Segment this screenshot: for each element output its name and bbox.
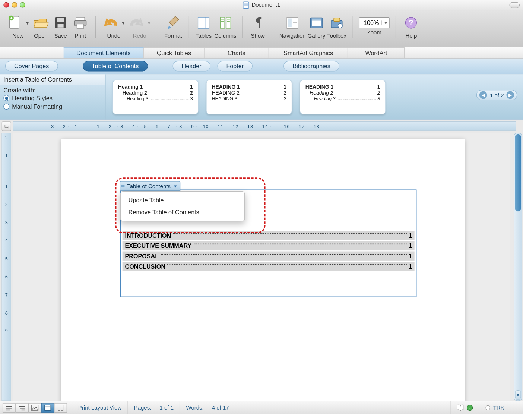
- new-icon: [6, 14, 24, 32]
- view-notebook-button[interactable]: [54, 403, 67, 412]
- toc-field-handle[interactable]: Table of Contents ▼ Update Table... Remo…: [120, 181, 181, 191]
- separator: [273, 16, 273, 38]
- navigation-button[interactable]: Navigation: [279, 14, 306, 39]
- pill-footer[interactable]: Footer: [217, 61, 253, 72]
- help-button[interactable]: ? Help: [402, 14, 420, 39]
- zoom-combo[interactable]: 100% ▼: [359, 17, 390, 28]
- toc-entry[interactable]: CONCLUSION1: [123, 262, 415, 271]
- save-button[interactable]: Save: [51, 14, 69, 39]
- svg-rect-39: [22, 409, 25, 410]
- svg-rect-38: [20, 408, 25, 408]
- gallery-button[interactable]: Gallery: [307, 14, 325, 39]
- status-track-changes[interactable]: TRK: [479, 401, 510, 414]
- titlebar: Document1: [0, 0, 523, 10]
- tab-smartart[interactable]: SmartArt Graphics: [269, 47, 348, 58]
- toc-style-3[interactable]: HEADING 11 Heading 22 Heading 33: [300, 80, 386, 114]
- view-outline-button[interactable]: [16, 403, 29, 412]
- tab-wordart[interactable]: WordArt: [348, 47, 405, 58]
- dropdown-arrow-icon[interactable]: ▼: [173, 184, 177, 189]
- redo-button[interactable]: ▼ Redo: [127, 14, 152, 39]
- open-button[interactable]: Open: [32, 14, 50, 39]
- svg-rect-44: [58, 405, 60, 410]
- page[interactable]: Table of Contents ▼ Update Table... Remo…: [61, 139, 465, 401]
- svg-text:?: ?: [409, 18, 413, 27]
- separator: [243, 16, 243, 38]
- pill-bibliographies[interactable]: Bibliographies: [283, 61, 339, 72]
- help-icon: ?: [402, 14, 420, 32]
- dropdown-arrow-icon[interactable]: ▼: [121, 14, 126, 32]
- tab-document-elements[interactable]: Document Elements: [64, 47, 144, 58]
- view-publishing-button[interactable]: [28, 403, 41, 412]
- pager-prev-icon[interactable]: ◀: [479, 91, 487, 99]
- svg-rect-6: [58, 24, 64, 28]
- svg-rect-45: [61, 405, 63, 410]
- window-controls: [3, 2, 25, 8]
- columns-button[interactable]: Columns: [214, 14, 236, 39]
- svg-rect-9: [77, 24, 83, 29]
- radio-manual-formatting[interactable]: Manual Formatting: [3, 102, 102, 111]
- status-pages[interactable]: Pages: 1 of 1: [127, 401, 180, 414]
- svg-rect-35: [6, 408, 12, 408]
- toc-handle-label: Table of Contents: [127, 183, 171, 189]
- navigation-icon: [283, 14, 301, 32]
- status-spellcheck[interactable]: ✓: [450, 401, 479, 414]
- pill-cover-pages[interactable]: Cover Pages: [5, 61, 58, 72]
- record-off-icon: [485, 405, 491, 410]
- svg-rect-15: [220, 17, 225, 28]
- vertical-scrollbar[interactable]: ▼: [514, 133, 522, 401]
- pill-header[interactable]: Header: [172, 61, 210, 72]
- pill-table-of-contents[interactable]: Table of Contents: [83, 61, 148, 72]
- close-window-button[interactable]: [3, 2, 9, 8]
- toolbox-button[interactable]: i Toolbox: [327, 14, 346, 39]
- format-button[interactable]: Format: [164, 14, 182, 39]
- toolbar-toggle-button[interactable]: [509, 2, 520, 8]
- menu-remove-toc[interactable]: Remove Table of Contents: [121, 206, 244, 218]
- document-canvas[interactable]: Table of Contents ▼ Update Table... Remo…: [13, 133, 510, 401]
- paintbrush-icon: [164, 14, 182, 32]
- dropdown-arrow-icon[interactable]: ▼: [25, 14, 30, 32]
- svg-rect-7: [76, 17, 85, 20]
- toc-style-2[interactable]: HEADING 11 HEADING 22 HEADING 33: [206, 80, 292, 114]
- svg-rect-42: [45, 406, 50, 407]
- separator: [396, 16, 396, 38]
- separator: [95, 16, 96, 38]
- toc-entry[interactable]: PROPOSAL1: [123, 252, 415, 261]
- toc-entry[interactable]: INTRODUCTION1: [123, 231, 415, 240]
- tab-quick-tables[interactable]: Quick Tables: [144, 47, 204, 58]
- dropdown-arrow-icon[interactable]: ▼: [381, 20, 387, 25]
- show-button[interactable]: Show: [249, 14, 267, 39]
- pilcrow-icon: [249, 14, 267, 32]
- gallery-icon: [307, 14, 325, 32]
- radio-icon: [3, 104, 9, 110]
- vertical-ruler[interactable]: 21123456789: [2, 133, 11, 401]
- pager-next-icon[interactable]: ▶: [506, 91, 514, 99]
- print-button[interactable]: Print: [71, 14, 89, 39]
- minimize-window-button[interactable]: [12, 2, 17, 8]
- new-button[interactable]: ▼ New: [6, 14, 30, 39]
- toc-entry[interactable]: EXECUTIVE SUMMARY1: [123, 241, 415, 250]
- zoom-window-button[interactable]: [20, 2, 25, 8]
- scroll-thumb[interactable]: [515, 134, 521, 212]
- tables-button[interactable]: Tables: [194, 14, 212, 39]
- zoom-control[interactable]: 100% ▼ Zoom: [359, 14, 390, 36]
- gallery-pager[interactable]: ◀ 1 of 2 ▶: [476, 90, 517, 100]
- toc-field[interactable]: Table of Contents ▼ Update Table... Remo…: [120, 189, 417, 297]
- scroll-down-icon[interactable]: ▼: [515, 390, 521, 400]
- svg-point-46: [486, 405, 490, 410]
- status-words[interactable]: Words: 4 of 17: [180, 401, 235, 414]
- undo-button[interactable]: ▼ Undo: [102, 14, 126, 39]
- drag-grip-icon[interactable]: [121, 183, 124, 189]
- toc-style-1[interactable]: Heading 11 Heading 22 Heading 33: [112, 80, 199, 114]
- tab-stop-selector[interactable]: ↹: [2, 121, 11, 131]
- panel-title: Insert a Table of Contents: [0, 74, 105, 85]
- menu-update-table[interactable]: Update Table...: [121, 194, 244, 206]
- svg-rect-29: [334, 18, 340, 21]
- horizontal-ruler[interactable]: 3 · · 2 · · 1 · · · · · 1 · · 2 · · 3 · …: [13, 121, 516, 131]
- tab-charts[interactable]: Charts: [205, 47, 269, 58]
- toc-options-strip: Insert a Table of Contents Create with: …: [0, 74, 523, 120]
- svg-text:i: i: [340, 25, 340, 28]
- view-print-layout-button[interactable]: [41, 403, 54, 412]
- view-draft-button[interactable]: [3, 403, 16, 412]
- radio-heading-styles[interactable]: Heading Styles: [3, 94, 102, 102]
- columns-icon: [216, 14, 234, 32]
